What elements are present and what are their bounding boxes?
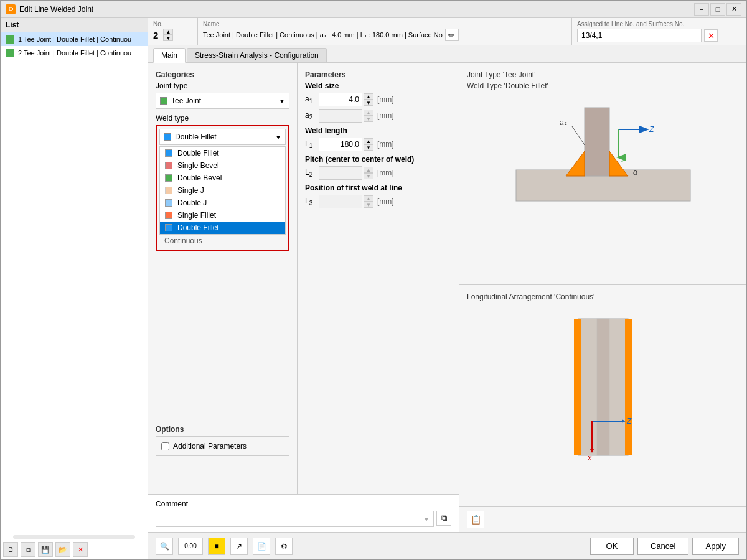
load-item-button[interactable]: 📂 — [55, 542, 70, 557]
assigned-section: Assigned to Line No. and Surfaces No. ✕ — [572, 18, 746, 45]
pitch-group: Pitch (center to center of weld) L2 ▲ ▼ — [305, 155, 451, 180]
apply-button[interactable]: Apply — [692, 538, 739, 555]
l2-down[interactable]: ▼ — [364, 173, 374, 179]
action-buttons: OK Cancel Apply — [590, 538, 739, 555]
value-tool-button[interactable]: 0,00 — [178, 538, 203, 555]
svg-text:Z: Z — [649, 125, 654, 134]
maximize-button[interactable]: □ — [710, 3, 725, 16]
list-item-color-2 — [6, 49, 14, 57]
comment-section: Comment ▼ ⧉ — [148, 494, 459, 532]
dropdown-label-1: Double Fillet — [177, 149, 219, 157]
additional-params-label: Additional Parameters — [173, 442, 247, 450]
svg-text:a₁: a₁ — [560, 118, 567, 127]
a1-label: a1 — [305, 95, 319, 105]
svg-line-9 — [572, 126, 585, 145]
a1-up[interactable]: ▲ — [364, 93, 374, 100]
settings-tool-button[interactable]: ⚙ — [275, 538, 293, 555]
dropdown-item-double-j[interactable]: Double J — [160, 197, 285, 209]
list-item[interactable]: 1 Tee Joint | Double Fillet | Continuou — [1, 32, 148, 46]
weld-type-select[interactable]: Double Fillet ▼ — [159, 129, 286, 145]
l2-spinners: ▲ ▼ — [364, 167, 374, 179]
assigned-value-input[interactable] — [577, 29, 702, 42]
window-title: Edit Line Welded Joint — [19, 5, 93, 14]
dropdown-item-single-j[interactable]: Single J — [160, 184, 285, 197]
dropdown-item-double-bevel[interactable]: Double Bevel — [160, 172, 285, 184]
l1-input[interactable] — [319, 138, 362, 151]
a1-spinners: ▲ ▼ — [364, 93, 374, 106]
dropdown-label-2: Single Bevel — [177, 161, 219, 170]
copy-item-button[interactable]: ⧉ — [21, 542, 35, 557]
weld-type-container: Double Fillet ▼ Double Fillet — [156, 125, 289, 251]
comment-input-wrapper: ▼ — [156, 511, 434, 527]
list-panel: List 1 Tee Joint | Double Fillet | Conti… — [1, 18, 148, 559]
no-decrement[interactable]: ▼ — [163, 35, 173, 41]
a2-up[interactable]: ▲ — [364, 110, 374, 116]
a1-down[interactable]: ▼ — [364, 100, 374, 106]
dropdown-label-7: Double Fillet — [177, 223, 219, 232]
tab-stress-strain[interactable]: Stress-Strain Analysis - Configuration — [187, 48, 327, 62]
parameters-section: Parameters Weld size a1 ▲ — [298, 63, 459, 494]
edit-name-button[interactable]: ✏ — [445, 29, 459, 41]
weld-type-arrow: ▼ — [275, 134, 281, 141]
list-header: List — [1, 18, 148, 32]
ok-button[interactable]: OK — [590, 538, 634, 555]
a1-input[interactable] — [319, 93, 362, 106]
weld-type-label: Weld type — [156, 114, 289, 123]
comment-copy-button[interactable]: ⧉ — [436, 511, 451, 526]
additional-params-checkbox[interactable] — [161, 442, 169, 450]
a1-input-group: ▲ ▼ [mm] — [319, 93, 394, 106]
l2-up[interactable]: ▲ — [364, 167, 374, 173]
a2-down[interactable]: ▼ — [364, 116, 374, 122]
svg-rect-13 — [625, 319, 632, 455]
clear-assigned-button[interactable]: ✕ — [704, 29, 718, 42]
no-value: 2 — [153, 30, 158, 40]
dropdown-item-single-fillet[interactable]: Single Fillet — [160, 209, 285, 222]
l3-spinners: ▲ ▼ — [364, 195, 374, 208]
arrangement-label: Longitudinal Arrangement 'Continuous' — [467, 292, 739, 301]
color-tool-button[interactable]: ■ — [208, 538, 225, 555]
tab-main[interactable]: Main — [153, 48, 186, 63]
save-item-button[interactable]: 💾 — [38, 542, 53, 557]
list-toolbar: 🗋 ⧉ 💾 📂 ✕ — [1, 539, 148, 559]
l3-down[interactable]: ▼ — [364, 202, 374, 208]
name-section: Name Tee Joint | Double Fillet | Continu… — [198, 18, 572, 45]
doc-tool-button[interactable]: 📄 — [253, 538, 270, 555]
cancel-button[interactable]: Cancel — [637, 538, 688, 555]
no-increment[interactable]: ▲ — [163, 29, 173, 35]
pitch-label: Pitch (center to center of weld) — [305, 155, 451, 164]
delete-item-button[interactable]: ✕ — [73, 542, 88, 557]
svg-text:Z: Z — [626, 417, 632, 426]
search-tool-button[interactable]: 🔍 — [156, 538, 173, 555]
weld-type-group: Weld type Double Fillet ▼ — [156, 114, 289, 251]
options-section: Options Additional Parameters — [156, 425, 289, 456]
comment-input[interactable] — [160, 515, 421, 523]
list-item-2[interactable]: 2 Tee Joint | Double Fillet | Continuou — [1, 46, 148, 60]
l1-input-group: ▲ ▼ [mm] — [319, 138, 394, 151]
l1-down[interactable]: ▼ — [364, 144, 374, 151]
weld-type-scrollitem: Continuous — [159, 235, 286, 247]
joint-type-select[interactable]: Tee Joint ▼ — [156, 93, 289, 109]
dropdown-item-double-fillet-1[interactable]: Double Fillet — [160, 147, 285, 159]
new-item-button[interactable]: 🗋 — [3, 542, 18, 557]
l2-input-group: ▲ ▼ [mm] — [319, 166, 394, 180]
dropdown-item-double-fillet-2[interactable]: Double Fillet — [160, 222, 285, 234]
comment-dropdown-arrow: ▼ — [423, 516, 430, 523]
dropdown-color-6 — [165, 212, 172, 219]
l1-row: L1 ▲ ▼ [mm] — [305, 138, 451, 151]
arrow-tool-button[interactable]: ↗ — [230, 538, 248, 555]
joint-type-value: Tee Joint — [171, 96, 275, 105]
joint-type-group: Joint type Tee Joint ▼ — [156, 82, 289, 109]
l3-unit: [mm] — [377, 197, 394, 206]
a2-row: a2 ▲ ▼ [mm] — [305, 109, 451, 123]
dropdown-color-7 — [165, 224, 172, 231]
l3-up[interactable]: ▲ — [364, 195, 374, 202]
a2-unit: [mm] — [377, 111, 394, 120]
l2-unit: [mm] — [377, 169, 394, 177]
minimize-button[interactable]: − — [694, 3, 709, 16]
dropdown-color-5 — [165, 199, 172, 207]
diagram-tool-button[interactable]: 📋 — [467, 511, 484, 528]
close-button[interactable]: ✕ — [726, 3, 741, 16]
l1-up[interactable]: ▲ — [364, 138, 374, 144]
dropdown-item-single-bevel[interactable]: Single Bevel — [160, 159, 285, 172]
dropdown-color-2 — [165, 162, 172, 169]
